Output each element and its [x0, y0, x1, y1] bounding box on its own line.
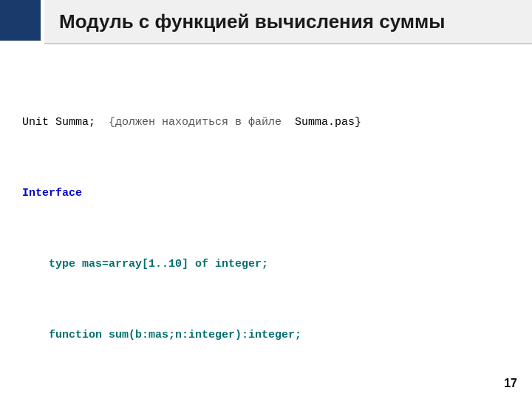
code-line-4: function sum(b:mas;n:integer):integer; [22, 327, 510, 344]
title-area: Модуль с функцией вычисления суммы [44, 0, 532, 44]
slide-title: Модуль с функцией вычисления суммы [59, 10, 445, 33]
content-area: Unit Summa; {должен находиться в файле S… [0, 46, 532, 399]
corner-decoration [0, 0, 41, 41]
code-block: Unit Summa; {должен находиться в файле S… [22, 61, 510, 399]
interface-keyword: Interface [22, 187, 82, 200]
type-declaration: type mas=array[1..10] of integer; [49, 258, 268, 270]
unit-keyword: Unit Summa; [22, 116, 95, 129]
code-line-2: Interface [22, 185, 510, 202]
page-number: 17 [504, 377, 517, 390]
comment-text: {должен находиться в файле [109, 116, 288, 129]
slide: Модуль с функцией вычисления суммы Unit … [0, 0, 532, 399]
filename: Summa.pas} [288, 116, 361, 129]
function-declaration: function sum(b:mas;n:integer):integer; [49, 329, 301, 341]
code-line-1: Unit Summa; {должен находиться в файле S… [22, 114, 510, 132]
code-line-3: type mas=array[1..10] of integer; [22, 256, 510, 273]
